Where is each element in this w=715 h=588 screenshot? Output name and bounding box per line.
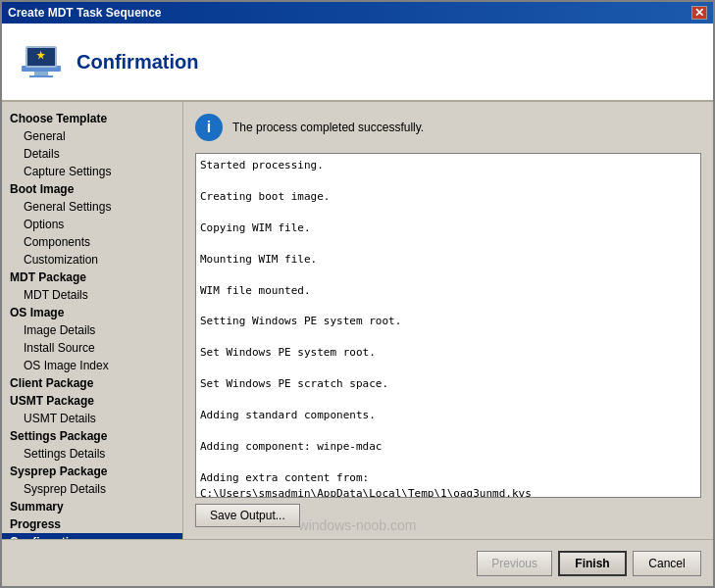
sidebar-item-options[interactable]: Options [2,216,182,233]
log-line: WIM file mounted. [200,283,696,299]
sidebar-item-progress[interactable]: Progress [2,515,182,533]
sidebar-item-components[interactable]: Components [2,233,182,251]
sidebar-item-settings-details[interactable]: Settings Details [2,445,182,463]
sidebar-item-customization[interactable]: Customization [2,251,182,269]
sidebar-item-boot-image[interactable]: Boot Image [2,180,182,198]
page-title: Confirmation [77,51,198,74]
save-output-button[interactable]: Save Output... [195,504,300,527]
log-output[interactable]: Started processing.Creating boot image.C… [195,153,701,498]
success-message: i The process completed successfully. [195,114,701,141]
main-content: Choose TemplateGeneralDetailsCapture Set… [2,102,713,539]
success-text: The process completed successfully. [232,121,424,134]
sidebar-item-sysprep-package[interactable]: Sysprep Package [2,463,182,480]
log-line: Setting Windows PE system root. [200,314,696,329]
sidebar-item-details[interactable]: Details [2,145,182,163]
log-line: Copying WIM file. [200,220,696,236]
sidebar-item-general-settings[interactable]: General Settings [2,198,182,216]
sidebar-item-settings-package[interactable]: Settings Package [2,427,182,445]
cancel-button[interactable]: Cancel [633,551,701,576]
sidebar-item-install-source[interactable]: Install Source [2,339,182,357]
sidebar-item-os-image-index[interactable]: OS Image Index [2,357,182,374]
wizard-window: Create MDT Task Sequence ✕ Confirmation … [0,0,715,588]
sidebar-item-general[interactable]: General [2,127,182,145]
log-line: Set Windows PE scratch space. [200,376,696,392]
log-line: Set Windows PE system root. [200,345,696,361]
window-title: Create MDT Task Sequence [8,6,162,20]
wizard-icon [18,38,65,85]
log-line: Mounting WIM file. [200,252,696,268]
sidebar-item-mdt-details[interactable]: MDT Details [2,286,182,304]
content-panel: i The process completed successfully. St… [183,102,713,539]
header: Confirmation [2,24,713,102]
log-line: Adding extra content from: C:\Users\smsa… [200,470,696,498]
sidebar-item-client-package[interactable]: Client Package [2,374,182,392]
sidebar-item-summary[interactable]: Summary [2,498,182,515]
svg-rect-3 [34,72,48,75]
close-button[interactable]: ✕ [691,6,707,20]
log-line: Adding component: winpe-mdac [200,439,696,455]
sidebar-item-capture-settings[interactable]: Capture Settings [2,163,182,180]
previous-button[interactable]: Previous [477,551,552,576]
svg-rect-4 [29,75,53,77]
sidebar-item-choose-template[interactable]: Choose Template [2,110,182,127]
sidebar: Choose TemplateGeneralDetailsCapture Set… [2,102,183,539]
title-bar: Create MDT Task Sequence ✕ [2,2,713,24]
log-line: Creating boot image. [200,189,696,205]
info-icon: i [195,114,223,141]
sidebar-item-usmt-details[interactable]: USMT Details [2,410,182,427]
sidebar-item-usmt-package[interactable]: USMT Package [2,392,182,410]
footer: windows-noob.com Previous Finish Cancel [2,539,713,586]
sidebar-item-image-details[interactable]: Image Details [2,321,182,339]
finish-button[interactable]: Finish [558,551,627,576]
sidebar-item-os-image[interactable]: OS Image [2,304,182,321]
sidebar-item-mdt-package[interactable]: MDT Package [2,269,182,286]
log-line: Started processing. [200,158,696,173]
sidebar-item-sysprep-details[interactable]: Sysprep Details [2,480,182,498]
log-line: Adding standard components. [200,408,696,423]
